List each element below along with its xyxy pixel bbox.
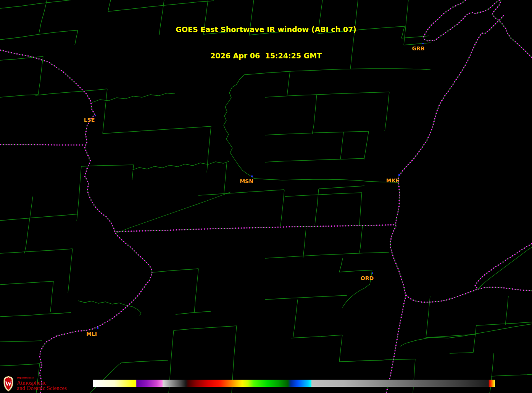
- county-boundary-line: [0, 341, 42, 342]
- county-boundary-line: [244, 69, 430, 75]
- county-boundary-line: [339, 360, 386, 362]
- uw-aos-logo: W Department of Atmospheric and Oceanic …: [3, 375, 67, 392]
- county-boundary-line: [75, 30, 78, 45]
- county-boundary-line: [339, 335, 342, 362]
- county-boundary-line: [103, 126, 211, 134]
- county-boundary-line: [401, 26, 405, 38]
- county-boundary-line: [390, 15, 532, 302]
- county-boundary-line: [360, 225, 363, 253]
- city-label-LSE: LSE: [84, 117, 95, 123]
- county-boundary-line: [315, 189, 319, 225]
- county-boundary-line: [68, 249, 73, 293]
- logo-name-line-2: and Oceanic Sciences: [17, 385, 67, 391]
- county-boundary-line: [203, 31, 244, 34]
- state-border-underlay: [424, 0, 466, 41]
- county-boundary-line: [38, 56, 43, 95]
- county-boundary-line: [77, 166, 81, 221]
- logo-text: Department of Atmospheric and Oceanic Sc…: [17, 375, 67, 391]
- county-boundary-line: [339, 258, 343, 272]
- county-boundary-line: [281, 190, 284, 226]
- state-border-underlay: [406, 287, 532, 302]
- county-boundary-line: [265, 295, 347, 300]
- colorbar: [93, 380, 495, 387]
- county-boundary-line: [115, 192, 231, 234]
- county-boundary-line: [265, 252, 389, 258]
- county-boundary-line: [132, 161, 229, 170]
- county-boundary-line: [254, 179, 366, 181]
- county-boundary-line: [265, 158, 364, 162]
- county-boundary-line: [108, 1, 214, 11]
- city-label-GRB: GRB: [412, 45, 425, 52]
- state-border-underlay: [475, 243, 532, 289]
- county-boundary-line: [24, 196, 33, 253]
- county-boundary-line: [207, 126, 211, 172]
- county-boundary-line: [39, 0, 47, 34]
- satellite-map: GRBLSEMSNMKEORDMLI: [0, 0, 532, 393]
- city-dot-ORD: [372, 272, 373, 274]
- state-border-dotted-line: [390, 15, 504, 295]
- county-boundary-line: [285, 193, 362, 196]
- county-boundary-line: [0, 364, 40, 366]
- city-label-MKE: MKE: [386, 177, 399, 184]
- county-boundary-line: [132, 165, 134, 180]
- county-boundary-line: [400, 324, 532, 346]
- county-boundary-line: [490, 353, 494, 393]
- county-boundary-line: [340, 132, 343, 159]
- county-boundary-line: [103, 89, 107, 134]
- county-boundary-line: [0, 249, 73, 253]
- county-boundary-line: [476, 322, 532, 325]
- county-boundary-line: [385, 92, 389, 131]
- state-border-dotted-line: [475, 243, 532, 289]
- county-boundary-line: [176, 311, 211, 314]
- state-border-underlay: [492, 0, 532, 58]
- county-boundary-line: [0, 95, 38, 97]
- county-boundary-line: [401, 36, 429, 38]
- state-border-underlay: [390, 15, 504, 295]
- county-boundary-line: [92, 93, 175, 103]
- county-boundary-line: [90, 363, 121, 393]
- city-label-MLI: MLI: [86, 331, 97, 337]
- logo-dept-line: Department of: [17, 376, 67, 379]
- county-boundary-line: [198, 190, 284, 195]
- county-boundary-line: [0, 30, 78, 40]
- city-dot-GRB: [422, 43, 424, 44]
- county-boundary-line: [249, 0, 254, 35]
- county-boundary-line: [350, 0, 358, 69]
- county-boundary-line: [318, 0, 322, 34]
- city-dot-MLI: [97, 327, 98, 329]
- county-boundary-line: [152, 269, 198, 272]
- county-boundary-line: [174, 326, 237, 330]
- state-border-dotted-line: [424, 0, 466, 41]
- crest-letter: W: [5, 380, 12, 387]
- county-boundary-line: [249, 29, 318, 35]
- state-border-dotted-line: [114, 225, 396, 232]
- county-boundary-line: [319, 186, 364, 189]
- county-boundary-line: [0, 312, 71, 317]
- county-boundary-line: [404, 43, 430, 45]
- county-boundary-line: [0, 0, 71, 8]
- city-label-ORD: ORD: [361, 275, 374, 281]
- county-boundary-line: [265, 131, 369, 135]
- county-boundary-line: [491, 374, 532, 376]
- county-boundary-line: [0, 214, 78, 221]
- county-boundary-line: [473, 325, 476, 353]
- county-boundary-line: [0, 281, 53, 285]
- state-border-underlay: [434, 0, 500, 41]
- county-boundary-line: [450, 353, 473, 353]
- county-boundary-line: [81, 165, 134, 166]
- county-boundary-line: [78, 301, 141, 316]
- county-boundary-line: [159, 0, 164, 35]
- county-boundary-line: [194, 269, 198, 313]
- county-boundary-line: [50, 281, 53, 312]
- county-boundary-line: [303, 228, 306, 258]
- county-boundary-line: [224, 160, 227, 193]
- county-boundary-line: [426, 334, 476, 338]
- county-boundary-line: [121, 360, 168, 363]
- satellite-viewer-screen: GRBLSEMSNMKEORDMLI GOES East Shortwave I…: [0, 0, 532, 393]
- city-dot-MKE: [398, 174, 400, 176]
- county-boundary-line: [108, 0, 111, 11]
- county-boundary-line: [404, 0, 408, 45]
- state-border-dotted-line: [406, 287, 532, 302]
- county-boundary-line: [364, 131, 369, 159]
- county-boundary-line: [287, 71, 290, 96]
